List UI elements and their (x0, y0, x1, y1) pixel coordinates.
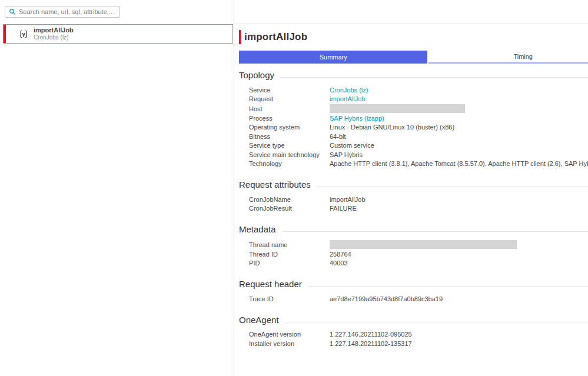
section-rule (280, 77, 588, 78)
field-row: Host (239, 104, 588, 114)
redacted-value (330, 240, 517, 249)
list-item-text: importAllJob CronJobs (lz) (34, 26, 74, 41)
section-title: OneAgent (239, 315, 279, 325)
field-label: PID (249, 259, 330, 267)
field-row: RequestimportAllJob (239, 95, 588, 104)
field-label: Host (249, 105, 330, 112)
field-row: Thread name (239, 239, 588, 249)
field-row: Operating systemLinux - Debian GNU/Linux… (239, 123, 588, 132)
tab-timing[interactable]: Timing (428, 51, 588, 64)
field-label: Service (249, 86, 330, 94)
field-value: ae7d8e7199a95b743d8f7a0b89c3ba19 (330, 295, 443, 302)
section-rule (308, 286, 588, 287)
field-label: Thread name (249, 241, 330, 248)
field-label: Technology (249, 160, 330, 167)
section-rule (285, 322, 588, 322)
app-window: γ importAllJob CronJobs (lz) importAllJo… (0, 0, 588, 376)
section-request-attributes: Request attributesCronJobNameimportAllJo… (239, 179, 588, 213)
field-value: Custom service (330, 142, 374, 149)
section-heading-topology: Topology (239, 70, 588, 80)
field-value-link[interactable]: CronJobs (lz) (330, 86, 368, 94)
field-row: OneAgent version1.227.146.20211102-09502… (239, 330, 588, 340)
section-heading-metadata: Metadata (239, 224, 588, 234)
section-rule (317, 187, 588, 187)
cronjob-braces-icon: γ (18, 29, 29, 39)
field-label: Installer version (249, 340, 330, 347)
field-row: ProcessSAP Hybris (lzapp) (239, 114, 588, 123)
section-rule (282, 231, 588, 232)
section-oneagent: OneAgentOneAgent version1.227.146.202111… (239, 315, 588, 348)
field-value: SAP Hybris (330, 151, 363, 158)
detail-panel: importAllJob Summary Timing TopologyServ… (234, 0, 588, 376)
field-row: Bitness64-bit (239, 132, 588, 141)
title-row: importAllJob (239, 29, 588, 45)
field-value: 1.227.148.20211102-135317 (330, 340, 412, 347)
field-row: Service typeCustom service (239, 141, 588, 151)
field-value: importAllJob (330, 196, 366, 203)
field-rows: Thread nameThread ID258764PID40003 (239, 239, 588, 268)
field-label: CronJobName (249, 196, 330, 203)
search-box[interactable] (5, 6, 120, 18)
field-label: Process (249, 115, 330, 122)
field-row: Service main technologySAP Hybris (239, 150, 588, 159)
failure-accent-bar (4, 25, 6, 43)
field-label: Bitness (249, 133, 330, 140)
field-label: CronJobResult (249, 205, 330, 212)
field-label: Operating system (249, 124, 330, 131)
field-label: OneAgent version (249, 331, 330, 338)
field-row: ServiceCronJobs (lz) (239, 85, 588, 95)
field-row: PID40003 (239, 259, 588, 268)
field-value: 258764 (330, 251, 351, 258)
list-item-importalljob[interactable]: γ importAllJob CronJobs (lz) (3, 24, 233, 44)
field-rows: Trace IDae7d8e7199a95b743d8f7a0b89c3ba19 (239, 294, 588, 304)
section-title: Request attributes (239, 179, 311, 189)
section-title: Topology (239, 70, 274, 80)
field-row: TechnologyApache HTTP client (3.8.1), Ap… (239, 159, 588, 169)
page-title: importAllJob (244, 31, 307, 43)
field-row: Installer version1.227.148.20211102-1353… (239, 339, 588, 348)
field-rows: OneAgent version1.227.146.20211102-09502… (239, 330, 588, 348)
field-value: 1.227.146.20211102-095025 (330, 331, 412, 338)
field-label: Service main technology (249, 151, 330, 158)
section-title: Request header (239, 279, 302, 289)
field-value: Linux - Debian GNU/Linux 10 (buster) (x8… (330, 124, 454, 131)
field-rows: ServiceCronJobs (lz)RequestimportAllJobH… (239, 85, 588, 168)
section-topology: TopologyServiceCronJobs (lz)Requestimpor… (239, 70, 588, 168)
section-metadata: MetadataThread nameThread ID258764PID400… (239, 224, 588, 268)
field-value: 64-bit (330, 133, 346, 140)
field-value-link[interactable]: importAllJob (330, 95, 366, 102)
section-title: Metadata (239, 224, 276, 234)
sidebar: γ importAllJob CronJobs (lz) (0, 0, 234, 376)
svg-text:γ: γ (22, 31, 25, 36)
field-row: CronJobResultFAILURE (239, 204, 588, 214)
tab-summary[interactable]: Summary (239, 51, 427, 64)
field-value: 40003 (330, 259, 348, 267)
field-label: Trace ID (249, 295, 330, 302)
top-divider-line (234, 24, 588, 24)
search-icon (9, 8, 16, 15)
tab-bar: Summary Timing (239, 51, 588, 64)
search-input[interactable] (19, 8, 116, 15)
field-value-link[interactable]: SAP Hybris (lzapp) (330, 115, 384, 122)
section-heading-oneagent: OneAgent (239, 315, 588, 325)
section-heading-request-header: Request header (239, 279, 588, 289)
field-rows: CronJobNameimportAllJobCronJobResultFAIL… (239, 195, 588, 213)
field-label: Thread ID (249, 251, 330, 258)
redacted-value (330, 104, 465, 113)
field-label: Request (249, 95, 330, 102)
field-row: Thread ID258764 (239, 249, 588, 259)
list-item-subtitle: CronJobs (lz) (34, 34, 74, 41)
list-item-title: importAllJob (34, 26, 74, 34)
field-value: FAILURE (330, 205, 357, 212)
section-request-header: Request headerTrace IDae7d8e7199a95b743d… (239, 279, 588, 304)
title-failure-accent-bar (239, 30, 241, 44)
field-label: Service type (249, 142, 330, 149)
field-row: Trace IDae7d8e7199a95b743d8f7a0b89c3ba19 (239, 294, 588, 304)
field-row: CronJobNameimportAllJob (239, 195, 588, 204)
field-value: Apache HTTP client (3.8.1), Apache Tomca… (330, 160, 588, 167)
section-heading-request-attributes: Request attributes (239, 179, 588, 189)
detail-sections: TopologyServiceCronJobs (lz)Requestimpor… (239, 70, 588, 348)
